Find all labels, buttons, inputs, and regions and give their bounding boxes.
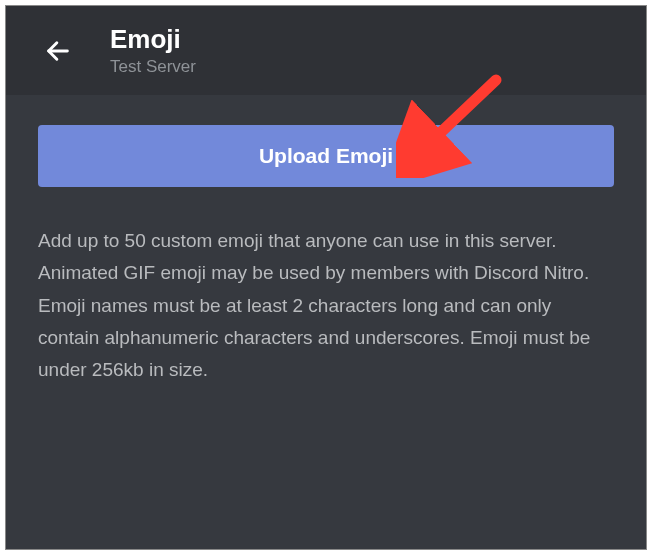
server-name: Test Server <box>110 57 196 77</box>
arrow-left-icon <box>44 37 72 65</box>
header-text-block: Emoji Test Server <box>110 24 196 77</box>
back-button[interactable] <box>44 37 72 65</box>
emoji-settings-screen: Emoji Test Server Upload Emoji Add up to… <box>5 5 647 550</box>
emoji-upload-description: Add up to 50 custom emoji that anyone ca… <box>38 225 614 386</box>
upload-emoji-button[interactable]: Upload Emoji <box>38 125 614 187</box>
content-area: Upload Emoji Add up to 50 custom emoji t… <box>6 95 646 386</box>
page-title: Emoji <box>110 24 196 55</box>
upload-button-label: Upload Emoji <box>259 144 393 168</box>
header: Emoji Test Server <box>6 6 646 95</box>
